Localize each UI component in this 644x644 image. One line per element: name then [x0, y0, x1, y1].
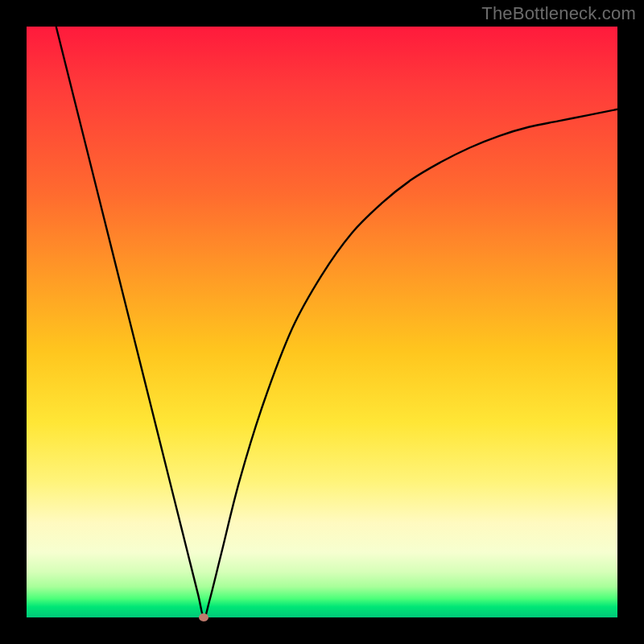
watermark-text: TheBottleneck.com — [481, 3, 636, 24]
curve-svg — [27, 27, 617, 617]
chart-frame: TheBottleneck.com — [0, 0, 644, 644]
bottleneck-curve — [56, 27, 617, 617]
optimal-point-marker — [199, 613, 208, 621]
plot-area — [27, 27, 617, 617]
